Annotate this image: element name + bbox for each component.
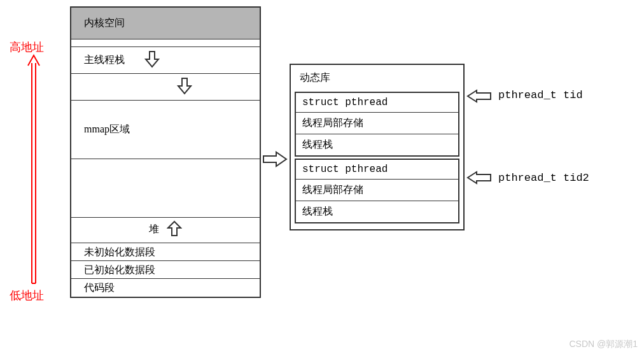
kernel-label: 内核空间 [84, 17, 125, 28]
mmap-section: mmap区域 [71, 101, 260, 159]
gap [71, 39, 260, 47]
tid1-label: pthread_t tid [498, 89, 583, 101]
main-stack-label: 主线程栈 [84, 53, 125, 67]
dynlib-title: 动态库 [295, 69, 459, 90]
thread-stack-row: 线程栈 [296, 134, 458, 155]
mmap-label: mmap区域 [84, 124, 130, 134]
low-address-label: 低地址 [10, 288, 44, 303]
struct-pthread-row: struct pthread [296, 93, 458, 113]
watermark: CSDN @郭源潮1 [569, 339, 638, 350]
heap-label: 堆 [149, 223, 159, 234]
tls-row: 线程局部存储 [296, 113, 458, 134]
tid1-pointer-arrow [466, 89, 492, 106]
code-section: 代码段 [71, 279, 260, 297]
kernel-space-section: 内核空间 [71, 8, 260, 39]
thread-block-1: struct pthread 线程局部存储 线程栈 [295, 92, 459, 157]
memory-layout-diagram: 内核空间 主线程栈 mmap区域 堆 未初始化数据段 已初始化数据段 代码段 [70, 6, 261, 298]
bss-section: 未初始化数据段 [71, 243, 260, 261]
data-label: 已初始化数据段 [84, 264, 155, 275]
thread-stack-row: 线程栈 [296, 201, 458, 222]
gap [71, 159, 260, 218]
dynamic-library-box: 动态库 struct pthread 线程局部存储 线程栈 struct pth… [290, 64, 465, 230]
bss-label: 未初始化数据段 [84, 246, 155, 257]
gap [71, 74, 260, 101]
tid2-pointer-arrow [466, 171, 492, 187]
high-address-label: 高地址 [10, 39, 44, 55]
struct-pthread-row: struct pthread [296, 160, 458, 180]
heap-section: 堆 [71, 218, 260, 243]
code-label: 代码段 [84, 282, 115, 293]
data-section: 已初始化数据段 [71, 261, 260, 279]
down-arrow-icon [176, 77, 193, 97]
main-stack-section: 主线程栈 [71, 47, 260, 74]
tls-row: 线程局部存储 [296, 180, 458, 201]
stack-grow-down-icon [144, 50, 160, 71]
mmap-to-dynlib-arrow [262, 150, 288, 171]
tid2-label: pthread_t tid2 [498, 172, 589, 184]
address-direction-arrow [27, 54, 41, 289]
heap-grow-up-icon [167, 220, 182, 239]
thread-block-2: struct pthread 线程局部存储 线程栈 [295, 159, 459, 223]
